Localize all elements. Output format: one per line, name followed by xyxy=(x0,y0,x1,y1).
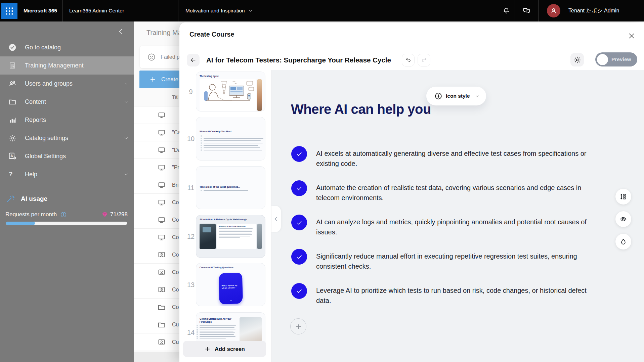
monitor-icon xyxy=(157,146,166,154)
sidebar-nav: Go to catalogTraining ManagementUsers an… xyxy=(0,38,134,183)
collapse-thumbnails-button[interactable] xyxy=(271,206,281,232)
check-circle-icon xyxy=(291,180,307,196)
sidebar-item-global-settings[interactable]: AGlobal Settings xyxy=(0,147,134,165)
translate-gear-icon: A xyxy=(7,152,17,161)
requests-row: Requests per month 71/298 xyxy=(5,210,128,220)
requests-value: 71/298 xyxy=(110,211,128,218)
bullet-text[interactable]: Leverage AI to prioritize which tests to… xyxy=(316,285,587,306)
chevron-down-icon xyxy=(124,100,128,104)
notifications-button[interactable] xyxy=(497,0,516,21)
sidebar-item-go-to-catalog[interactable]: Go to catalog xyxy=(0,38,134,56)
modal-title: Create Course xyxy=(189,31,234,38)
course-settings-button[interactable] xyxy=(570,53,584,66)
chevron-down-icon xyxy=(124,82,128,86)
app-launcher-button[interactable] xyxy=(1,3,17,19)
monitor-icon xyxy=(157,181,166,189)
presenter-icon xyxy=(157,286,166,294)
undo-button[interactable] xyxy=(402,54,415,66)
text-line xyxy=(200,327,234,328)
topbar-divider xyxy=(495,0,495,21)
presenter-icon xyxy=(157,268,166,276)
bullet-text[interactable]: AI can analyze logs and metrics, quickly… xyxy=(316,217,587,237)
text-line xyxy=(204,138,263,139)
slide-thumb-title: The testing cycle xyxy=(200,75,262,78)
slide-thumbnail-13[interactable]: Common AI Testing QuestionsWill AI repla… xyxy=(196,263,265,306)
slide-thumbnails-panel: 9The testing cycle 10Where AI Can Help Y… xyxy=(179,70,271,362)
bullet-text[interactable]: AI excels at automatically generating di… xyxy=(316,148,587,169)
sidebar-item-label: Users and groups xyxy=(25,80,124,87)
avatar[interactable] xyxy=(547,4,560,17)
requests-progress-fill xyxy=(6,222,35,225)
sidebar-item-content[interactable]: Content xyxy=(0,93,134,111)
slide-thumbnail-12[interactable]: AI in Action: A Release Cycle Walkthroug… xyxy=(196,215,265,258)
add-screen-button[interactable]: Add screen xyxy=(183,341,266,357)
sidebar-item-label: Global Settings xyxy=(25,153,128,160)
close-icon[interactable] xyxy=(627,31,636,41)
topbar-divider xyxy=(178,0,178,21)
presenter-icon xyxy=(157,338,166,346)
slide-number: 13 xyxy=(186,281,196,288)
app-title: Learn365 Admin Center xyxy=(69,0,124,21)
user-name: Tenant たポシ Admin xyxy=(568,0,619,21)
plus-icon xyxy=(204,346,211,352)
preview-toggle[interactable]: Preview xyxy=(595,52,637,66)
walkthrough-edge-image xyxy=(257,224,262,249)
redo-icon xyxy=(421,57,427,63)
monitor-icon xyxy=(157,216,166,224)
back-button[interactable] xyxy=(187,54,200,66)
text-line xyxy=(204,150,262,150)
document-icon xyxy=(7,61,17,70)
sidebar-item-label: Training Management xyxy=(25,62,128,69)
text-line xyxy=(200,338,226,338)
slide-entry: 11Take a look at the latest guidelines..… xyxy=(179,166,271,209)
gear-icon xyxy=(7,134,17,142)
row-title: Co xyxy=(172,252,179,258)
bullet-text[interactable]: Automate the creation of realistic test … xyxy=(316,183,587,203)
line-spacing-button[interactable] xyxy=(615,189,631,205)
bullet-item[interactable]: AI excels at automatically generating di… xyxy=(291,148,587,169)
text-line xyxy=(200,332,235,333)
slide-number: 12 xyxy=(186,233,196,240)
brand-microsoft-365[interactable]: Microsoft 365 xyxy=(24,0,57,21)
sidebar-item-label: Go to catalog xyxy=(25,44,128,51)
article-row: Getting Started with AI: Your First Step… xyxy=(200,317,262,342)
row-title: "Pr xyxy=(172,165,179,171)
sidebar-item-ai-usage[interactable]: AI usage xyxy=(0,191,134,206)
info-icon[interactable] xyxy=(60,211,67,218)
slide-editor-canvas: Icon style Where AI can help you AI exce… xyxy=(271,70,644,362)
redo-button[interactable] xyxy=(418,54,430,66)
bullet-text[interactable]: Significantly reduce manual effort in ex… xyxy=(316,251,587,271)
bar-chart-icon xyxy=(7,116,17,124)
course-title[interactable]: AI for Telecom Testers: Supercharge Your… xyxy=(206,56,391,64)
waffle-icon xyxy=(5,7,14,15)
sidebar-collapse-button[interactable] xyxy=(117,28,125,36)
slide-thumbnail-10[interactable]: Where AI Can Help You Most xyxy=(196,117,265,161)
bullet-item[interactable]: Significantly reduce manual effort in ex… xyxy=(291,251,587,271)
bullet-item[interactable]: Leverage AI to prioritize which tests to… xyxy=(291,285,587,306)
sidebar-item-users-and-groups[interactable]: Users and groups xyxy=(0,75,134,93)
sidebar-item-reports[interactable]: Reports xyxy=(0,111,134,129)
bullet-list: AI excels at automatically generating di… xyxy=(291,148,587,320)
add-bullet-button[interactable] xyxy=(290,318,306,334)
requests-progress-bar xyxy=(6,222,127,225)
placeholder-text-lines xyxy=(200,190,262,191)
sidebar-item-help[interactable]: ?Help xyxy=(0,165,134,183)
monitor-icon xyxy=(157,111,166,119)
feedback-button[interactable] xyxy=(517,0,536,21)
person-icon xyxy=(550,7,558,15)
folder-icon xyxy=(7,97,17,106)
slide-heading[interactable]: Where AI can help you xyxy=(291,102,431,117)
course-context-menu[interactable]: Motivation and Inspiration xyxy=(185,0,253,21)
slide-thumb-title: Common AI Testing Questions xyxy=(200,266,262,269)
text-line xyxy=(204,147,260,148)
theme-color-button[interactable] xyxy=(615,234,631,250)
bullet-item[interactable]: AI can analyze logs and metrics, quickly… xyxy=(291,217,587,237)
slide-thumbnail-11[interactable]: Take a look at the latest guidelines... xyxy=(196,166,265,209)
visibility-button[interactable] xyxy=(615,211,631,227)
bullet-item[interactable]: Automate the creation of realistic test … xyxy=(291,183,587,203)
sidebar-item-training-management[interactable]: Training Management xyxy=(0,56,134,75)
slide-thumb-title: Getting Started with AI: Your First Step… xyxy=(200,317,233,323)
icon-style-button[interactable]: Icon style xyxy=(426,87,486,105)
slide-thumbnail-9[interactable]: The testing cycle xyxy=(196,72,265,111)
sidebar-item-catalog-settings[interactable]: Catalog settings xyxy=(0,129,134,147)
